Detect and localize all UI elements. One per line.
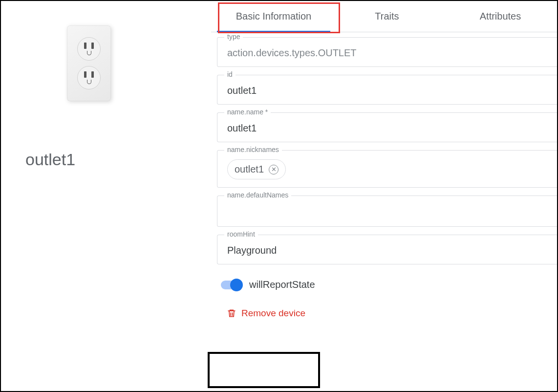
remove-device-button[interactable]: Remove device xyxy=(221,303,311,324)
outlet-socket-bottom xyxy=(77,66,101,89)
willreportstate-toggle[interactable] xyxy=(221,281,241,289)
device-title: outlet1 xyxy=(25,150,75,169)
field-name-name[interactable]: name.name * outlet1 xyxy=(217,112,557,142)
device-image xyxy=(67,25,111,101)
nickname-chip[interactable]: outlet1 ✕ xyxy=(227,159,286,179)
field-id-value: outlet1 xyxy=(227,85,547,96)
field-roomhint-value: Playground xyxy=(227,245,547,256)
field-name-nicknames-label: name.nicknames xyxy=(224,146,282,153)
tab-attributes[interactable]: Attributes xyxy=(444,1,557,32)
field-name-name-label: name.name * xyxy=(224,108,271,116)
field-roomhint[interactable]: roomHint Playground xyxy=(217,235,557,264)
tab-basic-information[interactable]: Basic Information xyxy=(217,1,330,32)
field-name-defaultnames[interactable]: name.defaultNames xyxy=(217,196,557,227)
field-name-defaultnames-label: name.defaultNames xyxy=(224,191,291,199)
field-name-name-value: outlet1 xyxy=(227,123,547,134)
field-type-label: type xyxy=(224,33,243,41)
field-roomhint-label: roomHint xyxy=(224,230,258,238)
field-type-value: action.devices.types.OUTLET xyxy=(227,47,547,59)
close-icon[interactable]: ✕ xyxy=(269,165,279,174)
field-id-label: id xyxy=(224,70,236,78)
nickname-chip-label: outlet1 xyxy=(235,164,264,175)
trash-icon xyxy=(227,308,236,319)
remove-device-label: Remove device xyxy=(241,308,305,319)
field-type[interactable]: type action.devices.types.OUTLET xyxy=(217,37,557,67)
tab-traits[interactable]: Traits xyxy=(330,1,444,32)
tabs: Basic Information Traits Attributes xyxy=(211,1,557,32)
field-name-nicknames[interactable]: name.nicknames outlet1 ✕ xyxy=(217,150,557,188)
willreportstate-label: willReportState xyxy=(249,279,315,290)
outlet-socket-top xyxy=(77,37,101,61)
field-name-defaultnames-value xyxy=(227,206,547,218)
field-id[interactable]: id outlet1 xyxy=(217,75,557,105)
